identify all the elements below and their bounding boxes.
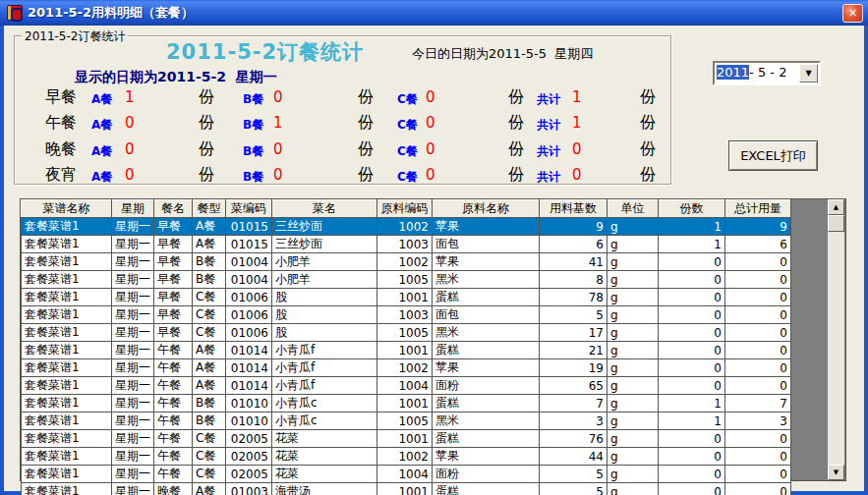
column-header[interactable]: 菜谱名称 (22, 200, 112, 218)
table-cell: 黑米 (433, 271, 540, 289)
scroll-up-button[interactable]: ▲ (828, 199, 844, 215)
column-header[interactable]: 星期 (112, 200, 154, 218)
table-cell: 星期一 (112, 236, 154, 253)
combobox-selected-text: 2011 (717, 65, 749, 80)
column-header[interactable]: 用料基数 (540, 200, 608, 218)
table-cell: 蛋糕 (433, 483, 540, 495)
combo-dropdown-button[interactable]: ▼ (799, 64, 818, 82)
grid-header-row: 菜谱名称星期餐名餐型菜编码菜名原料编码原料名称用料基数单位份数总计用量 (22, 200, 791, 218)
table-row[interactable]: 套餐菜谱1星期一午餐C餐02005花菜1001蛋糕76g00 (22, 430, 791, 448)
table-cell: 早餐 (154, 306, 193, 324)
column-header[interactable]: 餐型 (193, 200, 226, 218)
table-cell: 星期一 (112, 430, 154, 448)
table-cell: 套餐菜谱1 (22, 395, 112, 412)
table-row[interactable]: 套餐菜谱1星期一午餐C餐02005花菜1002苹果44g00 (22, 448, 791, 466)
table-row[interactable]: 套餐菜谱1星期一午餐C餐02005花菜1004面粉5g00 (22, 466, 791, 483)
table-cell: 星期一 (112, 377, 154, 395)
table-cell: 星期一 (112, 359, 154, 377)
table-row[interactable]: 套餐菜谱1星期一晚餐A餐01003海带汤1001蛋糕5g00 (22, 483, 791, 495)
table-cell: 1002 (377, 253, 433, 271)
table-cell: 早餐 (154, 236, 193, 253)
table-row[interactable]: 套餐菜谱1星期一早餐C餐01006股1003面包5g00 (22, 306, 791, 324)
table-cell: 星期一 (112, 342, 154, 359)
table-row[interactable]: 套餐菜谱1星期一午餐B餐01010小青瓜c1005黑米3g13 (22, 412, 791, 430)
table-cell: 76 (540, 430, 608, 448)
table-row[interactable]: 套餐菜谱1星期一午餐B餐01010小青瓜c1001蛋糕7g17 (22, 395, 791, 412)
table-cell: 蛋糕 (433, 430, 540, 448)
column-header[interactable]: 原料编码 (377, 200, 433, 218)
table-cell: A餐 (193, 236, 226, 253)
table-cell: 0 (725, 377, 791, 395)
column-header[interactable]: 总计用量 (725, 200, 791, 218)
stats-row-lunch: 午餐 A餐 0 份 B餐 1 份 C餐 0 份 共计 1 份 (15, 113, 670, 133)
table-cell: 0 (659, 324, 725, 342)
table-cell: 01006 (226, 289, 272, 306)
column-header[interactable]: 菜名 (272, 200, 377, 218)
meal-a-count: 0 (125, 166, 135, 184)
table-cell: 小肥羊 (272, 253, 377, 271)
unit-label: 份 (358, 165, 374, 186)
table-cell: g (608, 218, 659, 236)
column-header[interactable]: 菜编码 (226, 200, 272, 218)
date-combobox[interactable]: 2011- 5 - 2 ▼ (713, 61, 821, 85)
table-cell: A餐 (193, 483, 226, 495)
table-cell: 1 (659, 412, 725, 430)
column-header[interactable]: 单位 (608, 200, 659, 218)
client-area: 2011-5-2订餐统计 2011-5-2订餐统计 今日的日期为2011-5-5… (4, 26, 864, 491)
table-cell: 早餐 (154, 324, 193, 342)
combobox-rest-text: - 5 - 2 (749, 65, 786, 80)
table-row[interactable]: 套餐菜谱1星期一早餐B餐01004小肥羊1002苹果41g00 (22, 253, 791, 271)
scrollbar-thumb[interactable] (828, 215, 844, 232)
table-cell: 苹果 (433, 218, 540, 236)
table-cell: g (608, 448, 659, 466)
table-cell: 小青瓜c (272, 395, 377, 412)
table-cell: 星期一 (112, 218, 154, 236)
table-cell: 78 (540, 289, 608, 306)
table-cell: 小青瓜f (272, 377, 377, 395)
table-cell: 三丝炒面 (272, 218, 377, 236)
table-row[interactable]: 套餐菜谱1星期一早餐C餐01006股1001蛋糕78g00 (22, 289, 791, 306)
table-cell: g (608, 430, 659, 448)
close-button[interactable]: ✕ (842, 4, 863, 23)
table-cell: 午餐 (154, 430, 193, 448)
table-cell: 0 (659, 359, 725, 377)
table-row[interactable]: 套餐菜谱1星期一早餐A餐01015三丝炒面1002苹果9g19 (22, 218, 791, 236)
table-cell: 01004 (226, 253, 272, 271)
unit-label: 份 (640, 87, 656, 108)
table-row[interactable]: 套餐菜谱1星期一午餐A餐01014小青瓜f1001蛋糕21g00 (22, 342, 791, 359)
column-header[interactable]: 份数 (659, 200, 725, 218)
column-header[interactable]: 原料名称 (433, 200, 540, 218)
meal-b-count: 0 (273, 140, 283, 158)
table-row[interactable]: 套餐菜谱1星期一早餐B餐01004小肥羊1005黑米8g00 (22, 271, 791, 289)
table-cell: 苹果 (433, 253, 540, 271)
table-cell: 0 (659, 342, 725, 359)
table-row[interactable]: 套餐菜谱1星期一午餐A餐01014小青瓜f1002苹果19g00 (22, 359, 791, 377)
table-cell: 1002 (377, 359, 433, 377)
table-cell: 套餐菜谱1 (22, 289, 112, 306)
meal-label: 午餐 (45, 113, 77, 134)
table-row[interactable]: 套餐菜谱1星期一午餐A餐01014小青瓜f1004面粉65g00 (22, 377, 791, 395)
table-cell: 1001 (377, 483, 433, 495)
table-cell: 01010 (226, 395, 272, 412)
table-cell: 5 (540, 306, 608, 324)
vertical-scrollbar[interactable]: ▲ ▼ (828, 199, 844, 480)
chevron-down-icon: ▼ (805, 69, 811, 78)
table-cell: B餐 (193, 271, 226, 289)
scroll-down-button[interactable]: ▼ (828, 465, 844, 480)
table-cell: 7 (540, 395, 608, 412)
excel-print-button[interactable]: EXCEL打印 (728, 140, 818, 171)
unit-label: 份 (640, 139, 656, 160)
column-header[interactable]: 餐名 (154, 200, 193, 218)
table-cell: 星期一 (112, 253, 154, 271)
table-cell: 早餐 (154, 271, 193, 289)
meal-label: 早餐 (45, 87, 77, 108)
table-row[interactable]: 套餐菜谱1星期一早餐A餐01015三丝炒面1003面包6g16 (22, 236, 791, 253)
meal-b-count: 1 (273, 114, 283, 132)
table-cell: A餐 (193, 359, 226, 377)
table-cell: 苹果 (433, 359, 540, 377)
meal-a-label: A餐 (91, 91, 112, 108)
table-row[interactable]: 套餐菜谱1星期一早餐C餐01006股1005黑米17g00 (22, 324, 791, 342)
table-cell: 1 (659, 218, 725, 236)
table-cell: 海带汤 (272, 483, 377, 495)
table-cell: g (608, 359, 659, 377)
